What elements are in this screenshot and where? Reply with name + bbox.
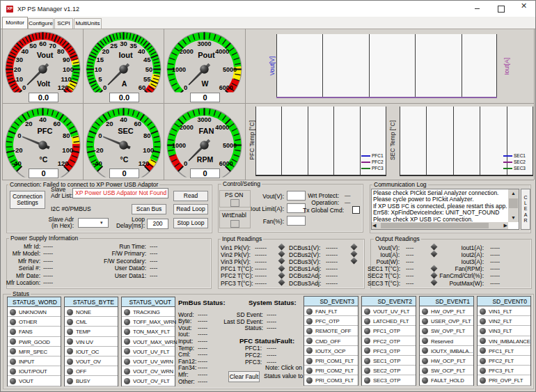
- svg-text:50: 50: [145, 65, 153, 73]
- svg-text:RPM: RPM: [197, 155, 214, 164]
- svg-text:W: W: [202, 79, 209, 88]
- svg-text:15: 15: [97, 56, 104, 63]
- svg-text:50: 50: [29, 42, 37, 49]
- svg-text:-20: -20: [13, 146, 23, 154]
- svg-text:30: 30: [120, 40, 127, 47]
- svg-text:35: 35: [129, 42, 137, 49]
- svg-text:5: 5: [98, 75, 102, 83]
- svg-text:80: 80: [63, 132, 70, 139]
- svg-text:45: 45: [143, 56, 151, 63]
- svg-text:40: 40: [138, 47, 145, 55]
- svg-text:1000: 1000: [172, 66, 186, 73]
- svg-text:1000: 1000: [172, 142, 186, 149]
- svg-text:2000: 2000: [180, 124, 194, 131]
- svg-text:4000: 4000: [215, 124, 229, 131]
- svg-text:10: 10: [16, 75, 24, 83]
- svg-text:0: 0: [103, 84, 107, 91]
- svg-text:0: 0: [98, 132, 102, 139]
- svg-text:PFC: PFC: [38, 127, 53, 135]
- svg-text:90: 90: [63, 56, 70, 63]
- svg-text:40: 40: [39, 116, 47, 123]
- svg-text:6000: 6000: [219, 160, 233, 167]
- svg-text:80: 80: [57, 47, 65, 55]
- svg-text:°C: °C: [120, 155, 129, 164]
- svg-text:60: 60: [139, 84, 146, 91]
- svg-text:Pout: Pout: [198, 51, 215, 59]
- svg-text:5000: 5000: [223, 66, 237, 73]
- svg-text:100: 100: [143, 146, 154, 154]
- svg-text:10: 10: [95, 65, 102, 73]
- svg-text:120: 120: [139, 159, 150, 167]
- svg-text:4000: 4000: [215, 48, 229, 55]
- svg-text:0: 0: [17, 132, 21, 139]
- svg-text:20: 20: [14, 65, 22, 73]
- svg-text:100: 100: [62, 146, 73, 154]
- svg-text:-40: -40: [12, 159, 22, 167]
- svg-text:120: 120: [58, 84, 69, 91]
- svg-text:5000: 5000: [223, 142, 237, 149]
- svg-text:0: 0: [22, 84, 26, 91]
- svg-text:-40: -40: [93, 159, 102, 167]
- svg-text:110: 110: [61, 75, 72, 83]
- svg-text:Iout: Iout: [118, 51, 132, 59]
- svg-text:3000: 3000: [197, 40, 211, 47]
- svg-text:60: 60: [54, 120, 61, 127]
- svg-text:6000: 6000: [219, 84, 233, 91]
- svg-text:20: 20: [102, 47, 109, 55]
- svg-text:60: 60: [39, 40, 47, 47]
- svg-text:70: 70: [49, 42, 56, 49]
- svg-text:20: 20: [25, 120, 33, 127]
- svg-text:°C: °C: [40, 155, 48, 164]
- svg-text:0: 0: [184, 84, 187, 91]
- svg-text:2000: 2000: [180, 48, 194, 55]
- svg-text:80: 80: [143, 132, 151, 139]
- svg-text:40: 40: [120, 116, 127, 123]
- svg-text:20: 20: [106, 120, 113, 127]
- svg-text:SEC: SEC: [118, 127, 134, 135]
- svg-text:Volt: Volt: [37, 79, 51, 88]
- svg-text:40: 40: [21, 47, 29, 55]
- svg-text:3000: 3000: [197, 116, 211, 123]
- svg-text:60: 60: [134, 120, 142, 127]
- svg-text:55: 55: [143, 75, 151, 83]
- svg-text:A: A: [122, 79, 127, 88]
- svg-text:Vout: Vout: [37, 51, 54, 59]
- svg-text:FAN: FAN: [199, 127, 214, 135]
- svg-text:25: 25: [110, 42, 118, 49]
- svg-text:30: 30: [16, 56, 24, 63]
- svg-text:0: 0: [184, 159, 187, 167]
- svg-text:-20: -20: [94, 146, 104, 154]
- svg-text:100: 100: [63, 65, 74, 73]
- svg-text:120: 120: [58, 159, 69, 167]
